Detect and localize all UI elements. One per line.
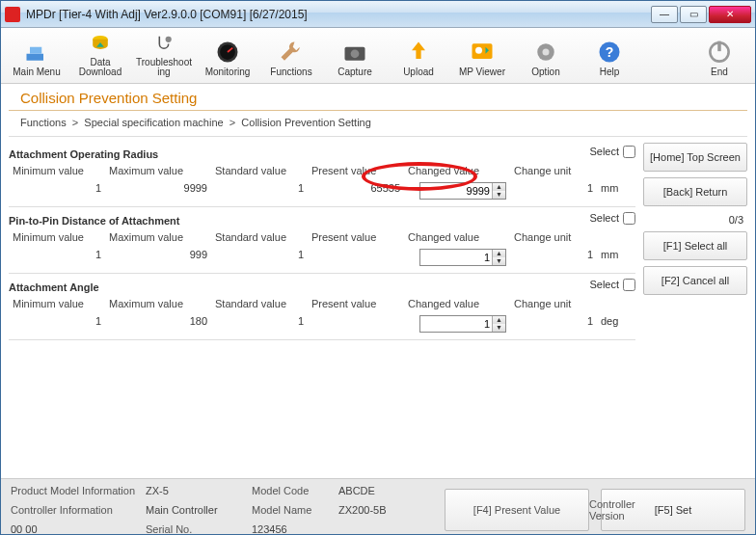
info-label: Controller Version [589,498,601,522]
spinner-up-icon[interactable]: ▲ [493,183,505,191]
info-bar: Product Model Information ZX-5 Model Cod… [1,478,755,534]
col-header: Change unit [510,164,597,177]
spinner-up-icon[interactable]: ▲ [493,316,505,324]
info-label: Controller Information [11,504,146,516]
wrench-icon [278,39,305,66]
page-title: Collision Prevention Setting [9,84,747,111]
present-value: 65535 [308,181,404,201]
cancel-all-button[interactable]: [F2] Cancel all [643,266,747,295]
svg-point-3 [166,36,172,41]
selection-counter: 0/3 [643,212,747,226]
present-value [308,248,404,267]
col-header: Standard value [211,230,308,244]
info-value: ABCDE [338,485,425,496]
upload-icon [405,39,432,66]
home-button[interactable]: [Home] Top Screen [643,143,747,172]
viewer-icon [469,39,496,66]
info-value: ZX200-5B [338,504,425,516]
std-value: 1 [211,181,308,201]
spinner-down-icon[interactable]: ▼ [493,191,505,199]
breadcrumb-item: Collision Prevention Setting [241,117,371,128]
side-panel: [Home] Top Screen [Back] Return 0/3 [F1]… [643,141,747,478]
breadcrumb-item[interactable]: Special specification machine [84,117,223,128]
min-value: 1 [9,181,105,201]
spinner-down-icon[interactable]: ▼ [493,257,505,265]
svg-rect-15 [717,41,721,52]
unit-label: mm [597,248,635,267]
help-button[interactable]: ? Help [578,31,641,81]
breadcrumb-item[interactable]: Functions [20,117,67,128]
change-unit-value: 1 [510,314,597,334]
col-header: Minimum value [9,230,105,244]
window-title: MPDr [Tier-4 With Adj] Ver2.9.0.0 [COM91… [26,8,651,21]
changed-value-spinner[interactable]: ▲▼ [419,182,506,200]
select-checkbox[interactable] [623,146,635,158]
present-value-button[interactable]: [F4] Present Value [445,489,589,531]
max-value: 180 [105,314,211,334]
info-value: ZX-5 [146,485,252,496]
end-button[interactable]: End [688,31,751,81]
col-header: Changed value [404,230,510,244]
select-label: Select [589,146,619,157]
col-header: Standard value [211,297,308,310]
capture-button[interactable]: Capture [323,31,387,81]
functions-button[interactable]: Functions [259,31,323,81]
info-label: Serial No. [146,523,252,535]
col-header: Changed value [404,164,510,177]
col-header: Minimum value [9,297,105,310]
close-button[interactable]: ✕ [709,6,751,23]
changed-value-input[interactable] [420,184,492,198]
gauge-icon [214,39,241,66]
main-menu-button[interactable]: Main Menu [5,31,68,81]
maximize-button[interactable]: ▭ [680,6,707,23]
col-header: Maximum value [105,230,211,244]
min-value: 1 [9,248,105,267]
camera-icon [341,39,368,66]
unit-label: deg [597,314,635,334]
col-header: Change unit [510,297,597,310]
min-value: 1 [9,314,105,334]
changed-value-spinner[interactable]: ▲▼ [419,249,506,266]
info-value: 00 00 [11,523,146,535]
spinner-down-icon[interactable]: ▼ [493,324,505,332]
stethoscope-icon [150,32,177,56]
spinner-up-icon[interactable]: ▲ [493,250,505,257]
svg-text:?: ? [606,44,614,60]
info-label: Model Code [252,485,338,496]
max-value: 9999 [105,181,211,201]
col-header: Maximum value [105,297,211,310]
upload-button[interactable]: Upload [387,31,450,81]
toolbar: Main Menu Data Download Troubleshoot ing… [1,28,755,84]
info-value: Main Controller [146,504,252,516]
option-button[interactable]: Option [514,31,578,81]
col-header: Standard value [211,164,308,177]
monitoring-button[interactable]: Monitoring [196,31,259,81]
select-checkbox[interactable] [623,212,635,225]
select-all-button[interactable]: [F1] Select all [643,231,747,260]
col-header: Present value [308,297,404,310]
download-icon [87,32,114,56]
data-download-button[interactable]: Data Download [68,31,132,81]
select-checkbox[interactable] [623,279,635,291]
titlebar: MPDr [Tier-4 With Adj] Ver2.9.0.0 [COM91… [1,1,755,28]
main-menu-icon [23,39,50,66]
svg-rect-0 [27,54,44,61]
changed-value-input[interactable] [420,251,492,264]
help-icon: ? [596,39,623,66]
col-header: Change unit [510,230,597,244]
changed-value-spinner[interactable]: ▲▼ [419,315,506,333]
select-label: Select [589,279,619,290]
change-unit-value: 1 [510,181,597,201]
troubleshooting-button[interactable]: Troubleshoot ing [132,31,196,81]
col-header: Changed value [404,297,510,310]
minimize-button[interactable]: — [651,6,678,23]
col-header: Present value [308,164,404,177]
back-button[interactable]: [Back] Return [643,177,747,206]
main-panel: Attachment Operating Radius Select Minim… [9,141,635,478]
mp-viewer-button[interactable]: MP Viewer [450,31,514,81]
changed-value-input[interactable] [420,317,492,331]
svg-point-11 [543,49,550,56]
col-header: Present value [308,230,404,244]
std-value: 1 [211,314,308,334]
std-value: 1 [211,248,308,267]
